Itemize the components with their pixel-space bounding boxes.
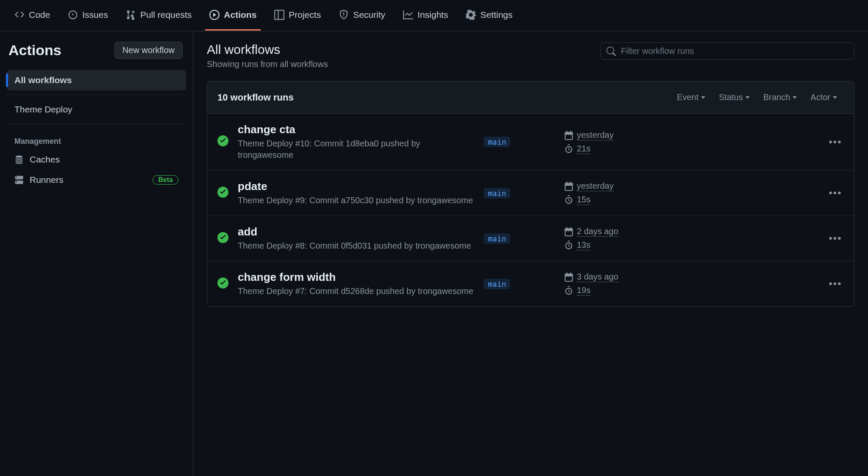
run-duration: 13s bbox=[577, 240, 590, 250]
issue-icon bbox=[68, 10, 78, 20]
runs-count: 10 workflow runs bbox=[217, 92, 670, 103]
tab-code[interactable]: Code bbox=[10, 0, 54, 31]
sidebar-item-label: Caches bbox=[30, 154, 60, 165]
run-date: 2 days ago bbox=[577, 227, 618, 237]
graph-icon bbox=[403, 10, 413, 20]
table-icon bbox=[274, 10, 284, 20]
calendar-icon bbox=[564, 227, 573, 236]
run-menu-button[interactable]: ••• bbox=[827, 278, 844, 290]
calendar-icon bbox=[564, 272, 573, 282]
tab-pull-requests[interactable]: Pull requests bbox=[122, 0, 196, 31]
run-row[interactable]: add Theme Deploy #8: Commit 0f5d031 push… bbox=[207, 216, 854, 261]
run-date: yesterday bbox=[577, 130, 614, 140]
server-icon bbox=[14, 175, 24, 185]
shield-icon bbox=[339, 10, 349, 20]
runs-table: 10 workflow runs Event Status Branch Act… bbox=[207, 81, 854, 307]
tab-actions[interactable]: Actions bbox=[205, 0, 261, 31]
beta-badge: Beta bbox=[153, 175, 178, 185]
filter-status[interactable]: Status bbox=[712, 91, 757, 104]
repo-nav: Code Issues Pull requests Actions Projec… bbox=[0, 0, 868, 31]
run-menu-button[interactable]: ••• bbox=[827, 187, 844, 199]
sidebar-item-caches[interactable]: Caches bbox=[7, 149, 186, 170]
tab-label: Insights bbox=[417, 10, 448, 20]
divider bbox=[7, 95, 186, 95]
page-subtitle: Showing runs from all workflows bbox=[207, 59, 328, 69]
run-row[interactable]: change form width Theme Deploy #7: Commi… bbox=[207, 261, 854, 306]
caret-down-icon bbox=[746, 96, 750, 99]
run-menu-button[interactable]: ••• bbox=[827, 232, 844, 244]
sidebar: Actions New workflow All workflows Theme… bbox=[0, 31, 193, 476]
status-success-icon bbox=[217, 277, 229, 291]
tab-projects[interactable]: Projects bbox=[270, 0, 325, 31]
filter-branch[interactable]: Branch bbox=[757, 91, 804, 104]
tab-label: Pull requests bbox=[140, 10, 192, 20]
caret-down-icon bbox=[833, 96, 837, 99]
sidebar-item-label: Runners bbox=[30, 175, 63, 185]
search-icon bbox=[606, 47, 616, 56]
gear-icon bbox=[466, 10, 476, 20]
tab-label: Settings bbox=[480, 10, 512, 20]
caret-down-icon bbox=[793, 96, 797, 99]
status-success-icon bbox=[217, 135, 229, 148]
status-success-icon bbox=[217, 187, 229, 200]
run-subtitle: Theme Deploy #7: Commit d5268de pushed b… bbox=[238, 286, 475, 297]
new-workflow-button[interactable]: New workflow bbox=[114, 42, 183, 59]
run-row[interactable]: pdate Theme Deploy #9: Commit a750c30 pu… bbox=[207, 171, 854, 216]
tab-label: Projects bbox=[289, 10, 321, 20]
tab-label: Security bbox=[353, 10, 385, 20]
filter-actor[interactable]: Actor bbox=[804, 91, 844, 104]
run-menu-button[interactable]: ••• bbox=[827, 136, 844, 148]
sidebar-item-workflow[interactable]: Theme Deploy bbox=[7, 99, 186, 120]
runs-header: 10 workflow runs Event Status Branch Act… bbox=[207, 81, 854, 114]
stopwatch-icon bbox=[564, 241, 573, 250]
pull-request-icon bbox=[126, 10, 136, 20]
run-title: change cta bbox=[238, 123, 475, 136]
caret-down-icon bbox=[701, 96, 705, 99]
page-title: All workflows bbox=[207, 42, 328, 57]
run-title: pdate bbox=[238, 180, 475, 193]
play-icon bbox=[209, 10, 220, 20]
stopwatch-icon bbox=[564, 144, 573, 154]
run-subtitle: Theme Deploy #9: Commit a750c30 pushed b… bbox=[238, 195, 475, 206]
filter-event[interactable]: Event bbox=[670, 91, 712, 104]
branch-tag[interactable]: main bbox=[484, 137, 510, 147]
tab-label: Actions bbox=[224, 10, 256, 20]
run-subtitle: Theme Deploy #8: Commit 0f5d031 pushed b… bbox=[238, 240, 475, 252]
sidebar-item-all-workflows[interactable]: All workflows bbox=[7, 70, 186, 90]
main-content: All workflows Showing runs from all work… bbox=[193, 31, 868, 476]
divider bbox=[7, 124, 186, 124]
sidebar-item-label: All workflows bbox=[14, 75, 72, 85]
branch-tag[interactable]: main bbox=[484, 279, 510, 289]
tab-settings[interactable]: Settings bbox=[462, 0, 517, 31]
search-box[interactable] bbox=[600, 42, 854, 60]
stopwatch-icon bbox=[564, 286, 573, 295]
run-duration: 19s bbox=[577, 286, 590, 296]
database-icon bbox=[14, 155, 24, 164]
tab-label: Code bbox=[29, 10, 50, 20]
tab-insights[interactable]: Insights bbox=[399, 0, 452, 31]
run-title: add bbox=[238, 225, 475, 238]
run-date: yesterday bbox=[577, 181, 614, 191]
sidebar-section-management: Management bbox=[7, 129, 186, 149]
sidebar-item-label: Theme Deploy bbox=[14, 104, 72, 115]
run-duration: 15s bbox=[577, 195, 590, 205]
calendar-icon bbox=[564, 182, 573, 191]
tab-issues[interactable]: Issues bbox=[64, 0, 112, 31]
calendar-icon bbox=[564, 131, 573, 140]
tab-label: Issues bbox=[82, 10, 108, 20]
stopwatch-icon bbox=[564, 195, 573, 204]
status-success-icon bbox=[217, 232, 229, 245]
sidebar-title: Actions bbox=[8, 42, 61, 59]
run-duration: 21s bbox=[577, 144, 590, 154]
sidebar-item-runners[interactable]: Runners Beta bbox=[7, 170, 186, 190]
branch-tag[interactable]: main bbox=[484, 233, 510, 244]
branch-tag[interactable]: main bbox=[484, 188, 510, 199]
code-icon bbox=[14, 10, 25, 20]
run-subtitle: Theme Deploy #10: Commit 1d8eba0 pushed … bbox=[238, 138, 475, 161]
tab-security[interactable]: Security bbox=[334, 0, 389, 31]
search-input[interactable] bbox=[621, 46, 848, 56]
run-title: change form width bbox=[238, 271, 475, 284]
run-date: 3 days ago bbox=[577, 272, 618, 282]
run-row[interactable]: change cta Theme Deploy #10: Commit 1d8e… bbox=[207, 114, 854, 171]
